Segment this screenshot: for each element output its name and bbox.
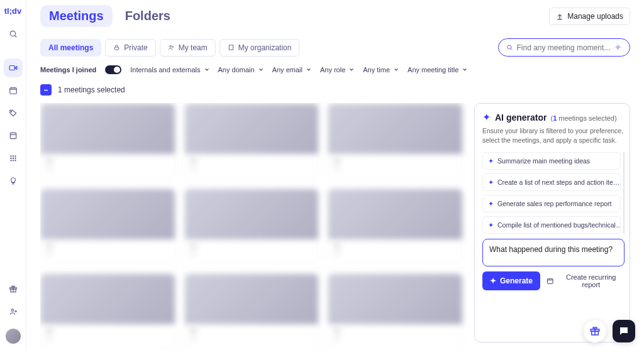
scope-private[interactable]: Private — [105, 39, 155, 57]
scope-tabs: All meetings Private My team My organiza… — [40, 39, 299, 57]
chevron-down-icon — [394, 67, 399, 72]
create-recurring-button[interactable]: Create recurring report — [547, 273, 625, 288]
meeting-card-sub: — — [333, 334, 457, 341]
calendar-icon — [9, 86, 18, 95]
svg-point-19 — [14, 160, 16, 161]
meeting-card-title: — — [333, 327, 457, 334]
svg-rect-37 — [547, 279, 553, 284]
search-icon — [9, 30, 18, 38]
chevron-down-icon — [306, 67, 311, 72]
selection-count: 1 meetings selected — [58, 85, 125, 94]
left-rail: tl;dv — [0, 0, 26, 350]
tab-meetings[interactable]: Meetings — [40, 5, 113, 27]
filter-domain[interactable]: Any domain — [218, 66, 264, 74]
filter-internals[interactable]: Internals and externals — [130, 66, 209, 74]
filter-title[interactable]: Any meeting title — [408, 66, 467, 74]
meeting-card[interactable]: —— — [40, 189, 175, 264]
rail-tips-button[interactable] — [4, 172, 23, 190]
chevron-down-icon — [204, 67, 209, 72]
ai-suggestion-text: Compile list of mentioned bugs/technical… — [497, 221, 621, 229]
selection-checkbox-indeterminate[interactable]: – — [40, 84, 52, 96]
meeting-card[interactable]: —— — [328, 103, 463, 178]
ai-selection-count: (1 meetings selected) — [550, 114, 616, 122]
filter-email[interactable]: Any email — [272, 66, 311, 74]
ai-suggestion[interactable]: ✦Summarize main meeting ideas — [482, 152, 621, 170]
meeting-card-title: — — [333, 242, 457, 249]
grid-icon — [9, 154, 18, 163]
meeting-card-title: — — [333, 156, 457, 164]
svg-rect-27 — [115, 47, 119, 50]
svg-point-12 — [12, 155, 13, 156]
meeting-card[interactable]: —— — [328, 273, 463, 349]
search-input[interactable] — [517, 43, 611, 52]
gift-fab[interactable] — [584, 320, 606, 342]
svg-point-0 — [10, 31, 15, 36]
meeting-card-title: — — [190, 327, 314, 334]
meeting-thumbnail — [185, 274, 319, 324]
meeting-card[interactable]: —— — [184, 273, 319, 349]
ai-suggestion[interactable]: ✦Generate sales rep performance report — [482, 195, 621, 212]
calendar-icon — [547, 277, 553, 285]
main-area: Meetings Folders Manage uploads All meet… — [26, 0, 644, 350]
chat-icon — [618, 325, 630, 337]
rail-apps-button[interactable] — [4, 149, 23, 168]
scope-all[interactable]: All meetings — [40, 39, 101, 57]
manage-uploads-button[interactable]: Manage uploads — [549, 8, 630, 25]
meeting-card-title: — — [190, 242, 314, 249]
rail-invite-button[interactable] — [4, 302, 23, 321]
meeting-thumbnail — [185, 104, 319, 154]
svg-rect-2 — [9, 66, 14, 70]
scope-org[interactable]: My organization — [219, 39, 300, 57]
tab-folders[interactable]: Folders — [116, 5, 179, 27]
generate-label: Generate — [500, 276, 533, 285]
main-tabs: Meetings Folders — [40, 5, 179, 27]
svg-point-15 — [12, 158, 13, 159]
rail-search-button[interactable] — [4, 25, 23, 43]
chevron-down-icon — [349, 67, 354, 72]
svg-point-28 — [169, 45, 171, 47]
bookmark-icon — [9, 131, 18, 140]
meeting-card-sub: — — [190, 164, 314, 171]
svg-point-29 — [172, 46, 174, 48]
meeting-card[interactable]: —— — [40, 103, 175, 178]
meeting-card[interactable]: —— — [184, 189, 319, 264]
search-box[interactable]: ✦ — [498, 38, 630, 57]
upload-icon — [556, 13, 564, 20]
search-icon — [506, 43, 513, 52]
svg-line-1 — [14, 36, 16, 38]
svg-point-11 — [10, 155, 11, 156]
rail-meetings-button[interactable] — [4, 58, 23, 77]
meeting-thumbnail — [328, 189, 462, 239]
ai-panel-title: AI generator — [495, 112, 547, 123]
scope-team-label: My team — [179, 43, 208, 52]
recurring-label: Create recurring report — [558, 273, 625, 288]
scope-team[interactable]: My team — [160, 39, 216, 57]
user-avatar[interactable] — [6, 329, 21, 344]
meeting-card[interactable]: —— — [40, 273, 175, 349]
meeting-thumbnail — [328, 274, 462, 324]
meeting-card[interactable]: —— — [328, 189, 463, 264]
filter-time[interactable]: Any time — [363, 66, 399, 74]
filter-role[interactable]: Any role — [320, 66, 354, 74]
rail-calendar-button[interactable] — [4, 81, 23, 100]
ai-suggestion[interactable]: ✦Compile list of mentioned bugs/technica… — [482, 216, 621, 234]
rail-gift-button[interactable] — [4, 280, 23, 298]
meeting-grid: —————————————————— — [40, 103, 463, 350]
generate-button[interactable]: ✦ Generate — [482, 271, 540, 290]
meeting-card-sub: — — [333, 249, 457, 256]
sparkle-icon: ✦ — [490, 276, 496, 285]
rail-tags-button[interactable] — [4, 104, 23, 123]
people-icon — [168, 44, 175, 51]
rail-bookmarks-button[interactable] — [4, 126, 23, 145]
ai-suggestion[interactable]: ✦Create a list of next steps and action … — [482, 173, 621, 191]
chevron-down-icon — [258, 67, 264, 72]
meeting-thumbnail — [185, 189, 319, 239]
ai-prompt-input[interactable]: What happened during this meeting? — [482, 239, 625, 266]
chat-fab[interactable] — [613, 320, 635, 342]
meeting-card[interactable]: —— — [184, 103, 319, 178]
svg-rect-4 — [9, 88, 16, 94]
meeting-card-sub: — — [46, 334, 170, 341]
chevron-down-icon — [462, 67, 467, 72]
svg-line-36 — [511, 49, 512, 50]
joined-toggle[interactable] — [105, 65, 121, 74]
